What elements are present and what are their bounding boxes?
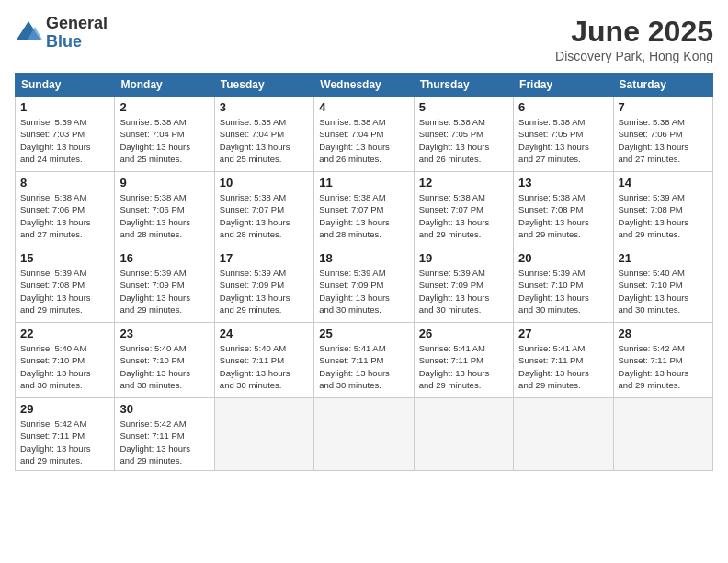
calendar-cell: 19Sunrise: 5:39 AMSunset: 7:09 PMDayligh… — [414, 247, 513, 323]
day-number: 16 — [119, 251, 209, 265]
day-info: Sunrise: 5:39 AMSunset: 7:10 PMDaylight:… — [518, 267, 608, 316]
day-info: Sunrise: 5:39 AMSunset: 7:09 PMDaylight:… — [220, 267, 309, 316]
day-info: Sunrise: 5:39 AMSunset: 7:03 PMDaylight:… — [20, 116, 109, 165]
calendar-cell: 14Sunrise: 5:39 AMSunset: 7:08 PMDayligh… — [613, 172, 712, 247]
day-number: 14 — [619, 176, 708, 190]
logo-blue: Blue — [46, 33, 108, 52]
day-info: Sunrise: 5:39 AMSunset: 7:08 PMDaylight:… — [619, 191, 708, 240]
day-info: Sunrise: 5:42 AMSunset: 7:11 PMDaylight:… — [20, 418, 109, 466]
calendar-cell: 12Sunrise: 5:38 AMSunset: 7:07 PMDayligh… — [414, 172, 513, 247]
col-friday: Friday — [514, 74, 613, 97]
day-info: Sunrise: 5:40 AMSunset: 7:10 PMDaylight:… — [20, 342, 109, 391]
day-info: Sunrise: 5:38 AMSunset: 7:07 PMDaylight:… — [419, 191, 508, 240]
table-row: 8Sunrise: 5:38 AMSunset: 7:06 PMDaylight… — [16, 172, 713, 247]
day-number: 18 — [319, 251, 408, 265]
day-info: Sunrise: 5:38 AMSunset: 7:05 PMDaylight:… — [518, 116, 608, 165]
calendar-cell: 30Sunrise: 5:42 AMSunset: 7:11 PMDayligh… — [115, 398, 214, 471]
day-info: Sunrise: 5:41 AMSunset: 7:11 PMDaylight:… — [518, 342, 608, 391]
table-row: 1Sunrise: 5:39 AMSunset: 7:03 PMDaylight… — [16, 97, 713, 172]
month-title: June 2025 — [555, 15, 713, 49]
day-info: Sunrise: 5:39 AMSunset: 7:08 PMDaylight:… — [20, 267, 109, 316]
day-number: 11 — [319, 176, 408, 190]
col-tuesday: Tuesday — [214, 74, 313, 97]
day-info: Sunrise: 5:39 AMSunset: 7:09 PMDaylight:… — [319, 267, 408, 316]
day-number: 23 — [119, 327, 209, 340]
calendar-cell: 27Sunrise: 5:41 AMSunset: 7:11 PMDayligh… — [514, 323, 613, 398]
col-thursday: Thursday — [414, 74, 513, 97]
calendar-cell: 1Sunrise: 5:39 AMSunset: 7:03 PMDaylight… — [16, 97, 115, 172]
calendar-cell: 5Sunrise: 5:38 AMSunset: 7:05 PMDaylight… — [414, 97, 513, 172]
day-number: 7 — [619, 100, 708, 114]
calendar-cell: 10Sunrise: 5:38 AMSunset: 7:07 PMDayligh… — [214, 172, 313, 247]
col-saturday: Saturday — [613, 74, 712, 97]
calendar-cell: 2Sunrise: 5:38 AMSunset: 7:04 PMDaylight… — [115, 97, 214, 172]
day-number: 25 — [319, 327, 408, 340]
table-row: 15Sunrise: 5:39 AMSunset: 7:08 PMDayligh… — [16, 247, 713, 323]
table-row: 29Sunrise: 5:42 AMSunset: 7:11 PMDayligh… — [16, 398, 713, 471]
day-info: Sunrise: 5:40 AMSunset: 7:10 PMDaylight:… — [619, 267, 708, 316]
day-info: Sunrise: 5:38 AMSunset: 7:05 PMDaylight:… — [419, 116, 508, 165]
day-info: Sunrise: 5:38 AMSunset: 7:06 PMDaylight:… — [119, 191, 209, 240]
logo-general: General — [46, 15, 108, 33]
day-info: Sunrise: 5:40 AMSunset: 7:11 PMDaylight:… — [220, 342, 309, 391]
day-number: 30 — [119, 402, 209, 416]
calendar-cell: 15Sunrise: 5:39 AMSunset: 7:08 PMDayligh… — [16, 247, 115, 323]
calendar-cell: 4Sunrise: 5:38 AMSunset: 7:04 PMDaylight… — [314, 97, 414, 172]
col-wednesday: Wednesday — [314, 74, 414, 97]
day-number: 21 — [619, 251, 708, 265]
day-info: Sunrise: 5:42 AMSunset: 7:11 PMDaylight:… — [619, 342, 708, 391]
day-info: Sunrise: 5:41 AMSunset: 7:11 PMDaylight:… — [319, 342, 408, 391]
day-info: Sunrise: 5:38 AMSunset: 7:06 PMDaylight:… — [20, 191, 109, 240]
calendar-cell: 13Sunrise: 5:38 AMSunset: 7:08 PMDayligh… — [514, 172, 613, 247]
page-header: General Blue June 2025 Discovery Park, H… — [15, 15, 713, 63]
day-number: 5 — [419, 100, 508, 114]
day-info: Sunrise: 5:38 AMSunset: 7:04 PMDaylight:… — [119, 116, 209, 165]
day-info: Sunrise: 5:42 AMSunset: 7:11 PMDaylight:… — [119, 418, 209, 466]
col-monday: Monday — [115, 74, 214, 97]
day-number: 28 — [619, 327, 708, 340]
logo-icon — [15, 19, 42, 47]
day-number: 24 — [220, 327, 309, 340]
day-number: 10 — [220, 176, 309, 190]
day-number: 17 — [220, 251, 309, 265]
day-info: Sunrise: 5:39 AMSunset: 7:09 PMDaylight:… — [419, 267, 508, 316]
calendar-cell: 16Sunrise: 5:39 AMSunset: 7:09 PMDayligh… — [115, 247, 214, 323]
day-number: 13 — [518, 176, 608, 190]
day-number: 8 — [20, 176, 109, 190]
day-number: 4 — [319, 100, 408, 114]
calendar-cell: 29Sunrise: 5:42 AMSunset: 7:11 PMDayligh… — [16, 398, 115, 471]
day-info: Sunrise: 5:38 AMSunset: 7:07 PMDaylight:… — [220, 191, 309, 240]
calendar-cell: 18Sunrise: 5:39 AMSunset: 7:09 PMDayligh… — [314, 247, 414, 323]
calendar-cell: 24Sunrise: 5:40 AMSunset: 7:11 PMDayligh… — [214, 323, 313, 398]
calendar-cell: 6Sunrise: 5:38 AMSunset: 7:05 PMDaylight… — [514, 97, 613, 172]
day-number: 26 — [419, 327, 508, 340]
day-number: 12 — [419, 176, 508, 190]
calendar-cell: 25Sunrise: 5:41 AMSunset: 7:11 PMDayligh… — [314, 323, 414, 398]
day-number: 15 — [20, 251, 109, 265]
day-number: 29 — [20, 402, 109, 416]
calendar-cell: 7Sunrise: 5:38 AMSunset: 7:06 PMDaylight… — [613, 97, 712, 172]
calendar-cell: 28Sunrise: 5:42 AMSunset: 7:11 PMDayligh… — [613, 323, 712, 398]
day-number: 22 — [20, 327, 109, 340]
day-info: Sunrise: 5:38 AMSunset: 7:07 PMDaylight:… — [319, 191, 408, 240]
title-block: June 2025 Discovery Park, Hong Kong — [555, 15, 713, 63]
calendar-cell: 21Sunrise: 5:40 AMSunset: 7:10 PMDayligh… — [613, 247, 712, 323]
day-number: 9 — [119, 176, 209, 190]
day-number: 1 — [20, 100, 109, 114]
day-info: Sunrise: 5:40 AMSunset: 7:10 PMDaylight:… — [119, 342, 209, 391]
table-row: 22Sunrise: 5:40 AMSunset: 7:10 PMDayligh… — [16, 323, 713, 398]
location: Discovery Park, Hong Kong — [555, 49, 713, 63]
day-number: 20 — [518, 251, 608, 265]
day-number: 6 — [518, 100, 608, 114]
logo: General Blue — [15, 15, 108, 52]
day-info: Sunrise: 5:41 AMSunset: 7:11 PMDaylight:… — [419, 342, 508, 391]
calendar-cell: 23Sunrise: 5:40 AMSunset: 7:10 PMDayligh… — [115, 323, 214, 398]
day-info: Sunrise: 5:38 AMSunset: 7:06 PMDaylight:… — [619, 116, 708, 165]
calendar-header-row: Sunday Monday Tuesday Wednesday Thursday… — [16, 74, 713, 97]
day-info: Sunrise: 5:39 AMSunset: 7:09 PMDaylight:… — [119, 267, 209, 316]
calendar-cell: 20Sunrise: 5:39 AMSunset: 7:10 PMDayligh… — [514, 247, 613, 323]
calendar-cell: 11Sunrise: 5:38 AMSunset: 7:07 PMDayligh… — [314, 172, 414, 247]
day-number: 2 — [119, 100, 209, 114]
calendar-cell: 26Sunrise: 5:41 AMSunset: 7:11 PMDayligh… — [414, 323, 513, 398]
calendar-cell: 22Sunrise: 5:40 AMSunset: 7:10 PMDayligh… — [16, 323, 115, 398]
